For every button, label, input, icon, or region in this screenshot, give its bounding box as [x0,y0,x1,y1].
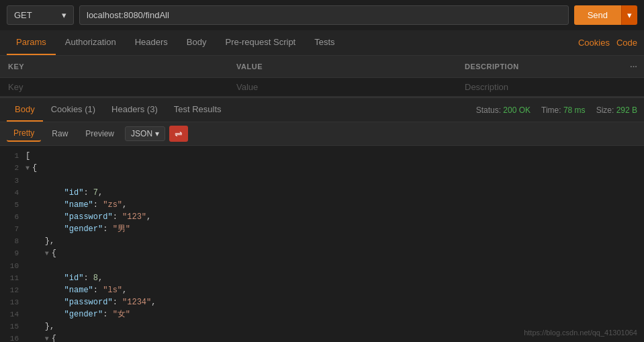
tab-params[interactable]: Params [7,30,56,55]
cookies-link[interactable]: Cookies [578,38,610,48]
watermark: https://blog.csdn.net/qq_41301064 [524,329,637,337]
code-line-5: 5 "name": "zs", [0,199,644,211]
code-line-7: 7 "gender": "男" [0,223,644,235]
tab-prerequest[interactable]: Pre-request Script [216,30,305,55]
code-line-2: 2 ▼{ [0,162,644,175]
response-tabs: Body Cookies (1) Headers (3) Test Result… [0,97,644,122]
code-line-4: 4 "id": 7, [0,187,644,199]
col-header-description: DESCRIPTION [457,60,617,73]
view-raw-button[interactable]: Raw [45,126,75,141]
desc-cell[interactable]: Description [457,78,644,96]
res-tab-test-results[interactable]: Test Results [166,98,230,122]
table-row: Key Value Description [0,78,644,97]
tab-authorization[interactable]: Authorization [56,30,126,55]
code-line-9: 9 ▼{ [0,247,644,260]
view-preview-button[interactable]: Preview [79,126,121,141]
view-pretty-button[interactable]: Pretty [7,126,41,142]
tabs-right-actions: Cookies Code [578,38,637,48]
params-table-header: KEY VALUE DESCRIPTION ··· [0,56,644,78]
request-tabs: Params Authorization Headers Body Pre-re… [0,30,644,56]
method-dropdown[interactable]: GET POST PUT DELETE [14,10,62,20]
send-button[interactable]: Send [574,5,621,25]
status-value: 200 OK [503,105,531,115]
value-cell[interactable]: Value [228,78,457,96]
col-header-key: KEY [0,60,228,73]
code-line-12: 12 "name": "ls", [0,284,644,296]
code-line-10: 10 [0,260,644,272]
send-dropdown-button[interactable]: ▾ [621,5,637,25]
col-header-actions: ··· [617,60,644,73]
res-tab-headers[interactable]: Headers (3) [103,98,166,122]
size-value: 292 B [616,105,637,115]
code-line-1: 1 [ [0,150,644,162]
code-line-3: 3 [0,175,644,187]
code-line-14: 14 "gender": "女" [0,308,644,320]
key-cell[interactable]: Key [0,78,228,96]
tab-tests[interactable]: Tests [305,30,344,55]
status-label: Status: 200 OK [476,105,531,115]
code-line-6: 6 "password": "123", [0,211,644,223]
code-line-13: 13 "password": "1234", [0,296,644,308]
code-link[interactable]: Code [616,38,637,48]
url-input[interactable] [79,5,569,25]
send-button-group: Send ▾ [574,5,637,25]
wrap-button[interactable]: ⇌ [169,126,188,142]
tab-headers[interactable]: Headers [126,30,177,55]
col-header-value: VALUE [228,60,457,73]
format-selector[interactable]: JSON ▾ [125,126,165,141]
time-value: 78 ms [563,105,586,115]
code-toolbar: Pretty Raw Preview JSON ▾ ⇌ [0,122,644,146]
res-tab-cookies[interactable]: Cookies (1) [43,98,103,122]
response-stats: Status: 200 OK Time: 78 ms Size: 292 B [476,99,637,121]
code-line-8: 8 }, [0,235,644,247]
chevron-down-icon: ▾ [62,10,66,20]
format-chevron-icon: ▾ [155,129,159,138]
code-line-11: 11 "id": 8, [0,272,644,284]
json-code-area[interactable]: 1 [ 2 ▼{ 3 4 "id": 7, 5 "name": "zs", 6 … [0,146,644,342]
method-selector[interactable]: GET POST PUT DELETE ▾ [7,5,74,25]
format-label: JSON [131,129,152,138]
res-tab-body[interactable]: Body [7,98,43,122]
time-label: Time: 78 ms [541,105,586,115]
tab-body[interactable]: Body [177,30,216,55]
top-bar: GET POST PUT DELETE ▾ Send ▾ [0,0,644,30]
size-label: Size: 292 B [596,105,637,115]
